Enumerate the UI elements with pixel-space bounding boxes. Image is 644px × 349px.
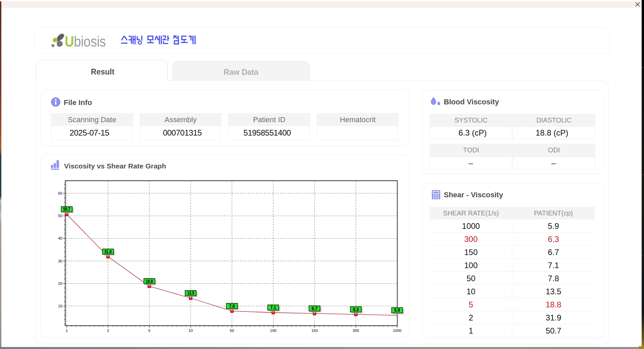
svg-text:40: 40 xyxy=(58,236,62,240)
svg-text:50.7: 50.7 xyxy=(63,206,70,212)
svg-text:7.1: 7.1 xyxy=(270,305,276,310)
svg-text:1: 1 xyxy=(66,329,68,333)
svg-text:50: 50 xyxy=(230,329,234,333)
svg-text:5.9: 5.9 xyxy=(394,307,400,313)
svg-text:13.5: 13.5 xyxy=(187,290,194,296)
svg-text:10: 10 xyxy=(58,304,62,308)
svg-text:1000: 1000 xyxy=(393,329,401,333)
svg-text:7.8: 7.8 xyxy=(229,303,235,309)
svg-text:10: 10 xyxy=(189,329,193,333)
svg-text:20: 20 xyxy=(58,282,62,286)
svg-text:30: 30 xyxy=(58,259,62,263)
svg-text:100: 100 xyxy=(270,329,276,333)
svg-text:2: 2 xyxy=(107,329,109,333)
svg-text:6.3: 6.3 xyxy=(353,307,359,312)
svg-text:5: 5 xyxy=(148,329,150,333)
svg-text:18.8: 18.8 xyxy=(146,279,153,284)
svg-text:6.7: 6.7 xyxy=(312,306,317,311)
svg-text:31.9: 31.9 xyxy=(105,249,112,254)
svg-text:150: 150 xyxy=(311,329,318,333)
svg-text:60: 60 xyxy=(58,191,62,195)
svg-text:300: 300 xyxy=(353,329,359,333)
svg-text:50: 50 xyxy=(58,214,62,218)
